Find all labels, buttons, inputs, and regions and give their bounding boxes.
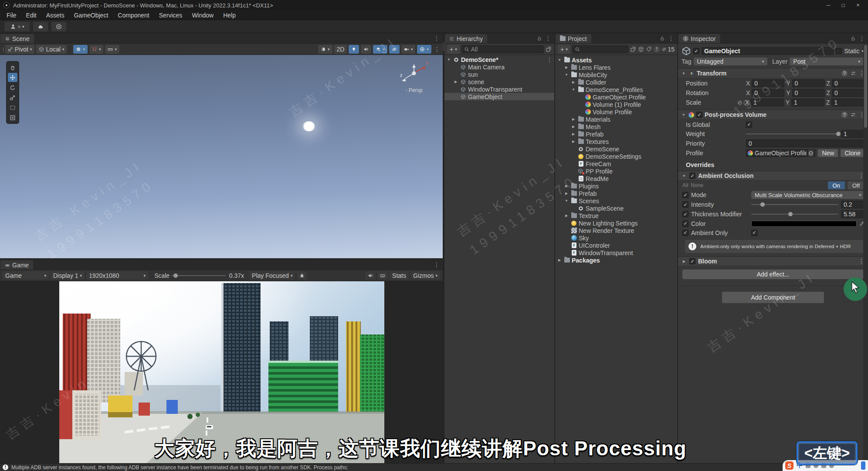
scale-slider[interactable]	[171, 275, 226, 276]
hierarchy-item[interactable]: sun	[444, 71, 554, 78]
project-item[interactable]: New Render Texture	[555, 227, 677, 234]
unity-hub-button[interactable]	[51, 22, 66, 31]
help-icon[interactable]: ?	[841, 70, 848, 76]
project-item[interactable]: DemoScene	[555, 145, 677, 153]
foldout-arrow[interactable]: ▶	[571, 80, 576, 84]
project-item[interactable]: ▶Textrue	[555, 212, 677, 219]
intensity-field[interactable]: 0.2	[841, 201, 865, 208]
foldout-arrow[interactable]: ▶	[564, 191, 569, 195]
grid-snap-toggle[interactable]: ▾	[73, 45, 88, 54]
ambient-only-checkbox[interactable]: ✓	[751, 230, 757, 236]
menu-assets[interactable]: Assets	[41, 12, 69, 19]
lock-icon[interactable]	[660, 36, 665, 41]
close-button[interactable]: ×	[851, 1, 865, 9]
alert-icon[interactable]: !	[654, 46, 660, 52]
hierarchy-item[interactable]: WindowTransparent	[444, 85, 554, 93]
project-item[interactable]: PP Profile	[555, 167, 677, 175]
foldout-arrow[interactable]: ▶	[564, 214, 569, 218]
foldout-arrow[interactable]: ▶	[564, 65, 569, 69]
search-by-label-icon[interactable]	[646, 46, 652, 52]
foldout-arrow[interactable]: ▶	[557, 258, 562, 262]
ime-handle[interactable]	[861, 461, 865, 470]
thickness-override-checkbox[interactable]: ✓	[682, 211, 688, 217]
foldout-arrow[interactable]: ▶	[571, 117, 576, 121]
rotation-y-field[interactable]: 0	[792, 89, 825, 97]
profile-object-field[interactable]: GameObject Profile (Pc ⊙	[746, 149, 815, 157]
foldout-arrow[interactable]: ▶	[453, 80, 458, 84]
static-checkbox[interactable]	[836, 48, 842, 54]
ao-on-button[interactable]: On	[828, 181, 845, 189]
priority-field[interactable]: 0	[746, 140, 865, 147]
create-button[interactable]: +▾	[558, 45, 570, 54]
transform-tool-button[interactable]	[8, 113, 17, 122]
project-item[interactable]: ▶Materials	[555, 116, 677, 123]
tab-project[interactable]: Project	[556, 34, 591, 43]
foldout-arrow[interactable]: ▶	[571, 140, 576, 143]
panel-menu-icon[interactable]: ⋮	[545, 35, 551, 42]
minimize-button[interactable]: ─	[822, 1, 835, 9]
menu-help[interactable]: Help	[218, 12, 241, 19]
scale-x-field[interactable]: 1	[751, 99, 784, 106]
foldout-arrow[interactable]: ▶	[571, 132, 576, 136]
gizmos-visibility-dropdown[interactable]: ▾	[417, 45, 431, 54]
foldout-arrow[interactable]: ▼	[446, 58, 451, 61]
project-item[interactable]: ▼MobileCity	[555, 71, 677, 78]
panel-menu-icon[interactable]: ⋮	[434, 261, 440, 268]
rotation-x-field[interactable]: 0	[752, 89, 784, 97]
measure-tool-dropdown[interactable]: ▾	[105, 45, 119, 54]
rotation-z-field[interactable]: 0	[832, 89, 865, 97]
color-override-checkbox[interactable]: ✓	[682, 221, 688, 227]
audio-toggle[interactable]	[361, 45, 371, 54]
foldout-arrow[interactable]: ▼	[682, 174, 687, 178]
project-item[interactable]: ▶Lens Flares	[555, 64, 677, 71]
project-item[interactable]: WindowTransparent	[555, 249, 677, 256]
move-tool-button[interactable]	[8, 73, 17, 82]
foldout-arrow[interactable]: ▶	[564, 184, 569, 188]
position-x-field[interactable]: 0	[752, 79, 784, 87]
project-item[interactable]: ▼DemoScene_Profiles	[555, 86, 677, 93]
game-target-dropdown[interactable]: Game▾	[3, 271, 49, 280]
panel-menu-icon[interactable]: ⋮	[859, 35, 865, 42]
lock-icon[interactable]	[537, 36, 542, 41]
view-tool-button[interactable]	[8, 63, 17, 72]
is-global-checkbox[interactable]: ✓	[746, 122, 752, 128]
project-item[interactable]: ▼Scenes	[555, 197, 677, 205]
project-item[interactable]: GameObject Profile	[555, 93, 677, 101]
gameobject-name-field[interactable]: GameObject	[702, 47, 834, 55]
effects-dropdown[interactable]: ▾	[373, 45, 387, 54]
scrollbar-thumb[interactable]	[864, 45, 867, 128]
status-bar[interactable]: ! Multiple ADB server instances found, t…	[0, 463, 868, 471]
hierarchy-item[interactable]: ▼DemoScene*⋮	[444, 56, 554, 63]
rotate-tool-button[interactable]	[8, 83, 17, 92]
foldout-arrow[interactable]: ▼	[681, 72, 686, 75]
add-effect-button[interactable]: Add effect...	[682, 270, 864, 279]
cloud-button[interactable]	[33, 22, 48, 31]
tab-inspector[interactable]: i Inspector	[678, 34, 720, 43]
display-dropdown[interactable]: Display 1▾	[51, 271, 85, 280]
ambient-only-override-checkbox[interactable]: ✓	[682, 230, 688, 236]
increment-snap-toggle[interactable]: ▾	[89, 45, 104, 54]
foldout-arrow[interactable]: ▼	[564, 199, 569, 203]
ao-off-button[interactable]: Off	[848, 181, 865, 189]
scale-z-field[interactable]: 1	[831, 99, 865, 106]
scene-toolbar-menu-icon[interactable]: ⋮	[434, 46, 440, 53]
project-item[interactable]: ▶Plugins	[555, 182, 677, 190]
inspector-scrollbar[interactable]	[863, 44, 868, 463]
rect-tool-button[interactable]	[8, 103, 17, 112]
foldout-arrow[interactable]: ▼	[564, 73, 569, 77]
menu-window[interactable]: Window	[187, 12, 218, 19]
intensity-override-checkbox[interactable]: ✓	[682, 201, 688, 208]
hidden-objects-toggle[interactable]	[389, 45, 400, 54]
project-item[interactable]: ▼Assets	[555, 56, 677, 64]
project-item[interactable]: Volume (1) Profile	[555, 101, 677, 108]
tab-hierarchy[interactable]: Hierarchy	[445, 34, 487, 43]
lighting-toggle[interactable]	[349, 45, 359, 54]
constrain-proportions-icon[interactable]: ⊘	[737, 99, 743, 106]
mode-override-checkbox[interactable]: ✓	[682, 192, 688, 198]
weight-field[interactable]: 1	[841, 130, 865, 138]
open-new-window-icon[interactable]	[546, 46, 552, 52]
pivot-dropdown[interactable]: Pivot▾	[5, 45, 35, 54]
project-item[interactable]: ▶Mesh	[555, 123, 677, 130]
scene-viewport[interactable]: z x ‹ Persp	[0, 55, 443, 258]
weight-slider[interactable]	[746, 133, 838, 134]
